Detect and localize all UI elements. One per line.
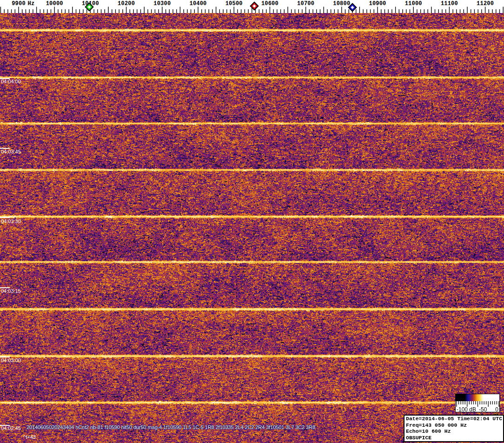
- svg-text:10700: 10700: [297, 0, 314, 7]
- svg-text:9900: 9900: [12, 0, 26, 7]
- svg-text:10800: 10800: [333, 0, 350, 7]
- svg-text:11200: 11200: [477, 0, 494, 7]
- svg-text:11000: 11000: [405, 0, 422, 7]
- svg-text:10600: 10600: [261, 0, 279, 7]
- svg-text:10300: 10300: [153, 0, 171, 7]
- svg-text:Hz: Hz: [28, 0, 35, 7]
- svg-text:10900: 10900: [369, 0, 386, 7]
- svg-text:10200: 10200: [118, 0, 135, 7]
- svg-text:10000: 10000: [46, 0, 63, 7]
- svg-text:10500: 10500: [225, 0, 243, 7]
- svg-text:11100: 11100: [441, 0, 458, 7]
- svg-text:10400: 10400: [189, 0, 206, 7]
